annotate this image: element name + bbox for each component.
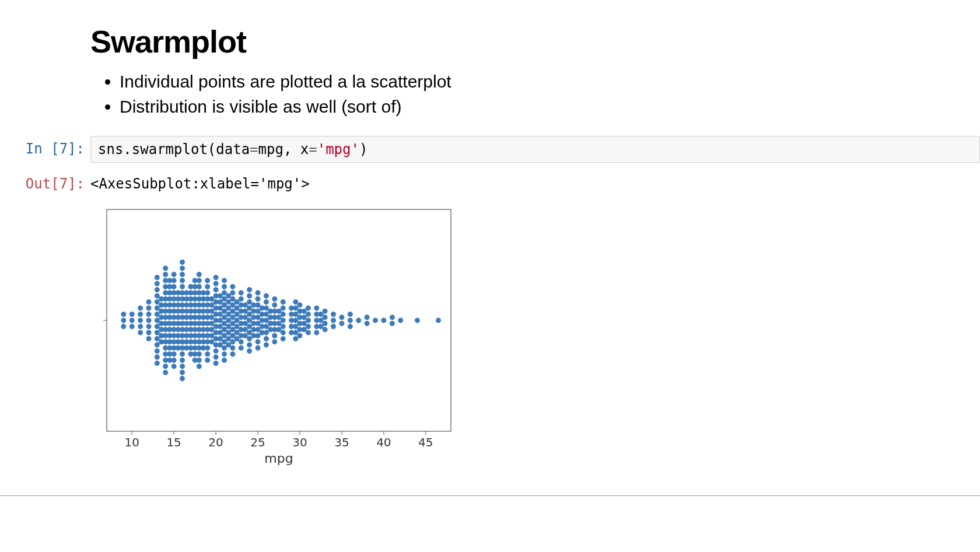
svg-point-358 — [293, 324, 298, 329]
svg-point-361 — [298, 303, 302, 308]
svg-point-18 — [155, 275, 159, 280]
svg-point-169 — [197, 358, 201, 362]
svg-point-371 — [306, 306, 310, 310]
bullet-item: Distribution is visible as well (sort of… — [120, 95, 945, 119]
svg-point-100 — [180, 266, 184, 271]
svg-point-375 — [306, 330, 310, 335]
svg-point-181 — [205, 278, 210, 283]
svg-point-14 — [146, 318, 151, 323]
svg-point-393 — [348, 312, 352, 316]
svg-point-17 — [146, 336, 151, 341]
svg-point-13 — [146, 312, 151, 316]
svg-point-219 — [218, 299, 222, 304]
svg-point-58 — [163, 370, 168, 375]
svg-point-348 — [281, 336, 285, 341]
svg-point-317 — [264, 294, 268, 298]
svg-point-306 — [256, 315, 260, 320]
svg-point-311 — [256, 345, 260, 350]
svg-point-289 — [247, 312, 251, 316]
x-tick-label: 30 — [292, 435, 307, 449]
svg-point-374 — [306, 324, 310, 329]
svg-point-259 — [230, 340, 235, 344]
svg-point-391 — [340, 315, 344, 320]
svg-point-286 — [247, 294, 251, 298]
svg-point-367 — [302, 309, 306, 313]
svg-point-203 — [214, 275, 218, 280]
svg-point-262 — [235, 299, 239, 304]
svg-point-197 — [209, 309, 214, 313]
svg-point-307 — [256, 321, 260, 326]
svg-point-23 — [155, 306, 159, 310]
svg-point-380 — [314, 330, 319, 335]
svg-point-288 — [247, 306, 251, 310]
svg-point-383 — [318, 324, 323, 329]
x-tick-label: 35 — [334, 435, 349, 449]
svg-point-320 — [264, 312, 268, 316]
svg-point-225 — [218, 336, 222, 341]
horizontal-rule — [0, 495, 980, 496]
svg-point-261 — [230, 352, 235, 357]
svg-point-277 — [239, 340, 243, 344]
code-input[interactable]: sns.swarmplot(data=mpg, x='mpg') — [90, 136, 980, 163]
markdown-cell: Swarmplot Individual points are plotted … — [90, 23, 945, 118]
svg-point-168 — [197, 352, 201, 357]
svg-point-269 — [239, 291, 243, 295]
svg-point-239 — [222, 352, 226, 357]
svg-point-7 — [138, 312, 142, 316]
svg-point-250 — [230, 284, 235, 289]
input-prompt: In [7]: — [0, 136, 90, 157]
svg-point-0 — [121, 312, 126, 316]
svg-point-87 — [172, 358, 176, 362]
svg-point-233 — [222, 315, 226, 320]
svg-point-224 — [218, 330, 222, 335]
svg-point-251 — [230, 291, 235, 295]
svg-point-235 — [222, 327, 226, 332]
svg-point-73 — [172, 272, 176, 277]
svg-point-338 — [276, 309, 281, 313]
svg-point-240 — [222, 358, 226, 362]
svg-point-305 — [256, 309, 260, 313]
swarmplot-svg: 1015202530354045mpg — [90, 204, 464, 472]
svg-point-324 — [264, 336, 268, 341]
svg-point-101 — [180, 272, 184, 277]
svg-point-204 — [214, 281, 218, 286]
svg-point-256 — [230, 321, 235, 326]
svg-point-304 — [256, 303, 260, 308]
svg-point-396 — [356, 318, 361, 323]
svg-point-402 — [390, 321, 394, 326]
svg-point-245 — [226, 318, 231, 323]
svg-point-247 — [226, 330, 231, 335]
svg-point-384 — [323, 309, 327, 313]
svg-point-397 — [365, 315, 369, 320]
svg-point-102 — [180, 278, 184, 283]
svg-point-31 — [155, 355, 159, 359]
svg-point-26 — [155, 324, 159, 329]
svg-point-192 — [205, 345, 210, 350]
svg-point-32 — [155, 361, 159, 365]
svg-point-4 — [130, 318, 134, 323]
svg-point-199 — [209, 321, 214, 326]
svg-point-155 — [197, 272, 201, 277]
svg-point-196 — [209, 303, 214, 308]
svg-point-295 — [247, 348, 251, 353]
bullet-list: Individual points are plotted a la scatt… — [108, 70, 945, 118]
svg-point-266 — [235, 324, 239, 329]
svg-point-249 — [226, 343, 231, 347]
svg-point-198 — [209, 315, 214, 320]
svg-point-228 — [222, 284, 226, 289]
svg-point-246 — [226, 324, 231, 329]
svg-point-41 — [163, 266, 168, 271]
svg-point-170 — [197, 364, 201, 369]
svg-point-302 — [256, 291, 260, 295]
svg-point-310 — [256, 340, 260, 344]
svg-point-373 — [306, 318, 310, 323]
svg-point-260 — [230, 345, 235, 350]
svg-point-9 — [138, 324, 142, 329]
svg-point-359 — [293, 330, 298, 335]
svg-point-226 — [218, 343, 222, 347]
plot-output: 1015202530354045mpg — [90, 204, 980, 472]
svg-point-29 — [155, 343, 159, 347]
svg-point-345 — [281, 318, 285, 323]
svg-point-263 — [235, 306, 239, 310]
svg-point-57 — [163, 364, 168, 369]
